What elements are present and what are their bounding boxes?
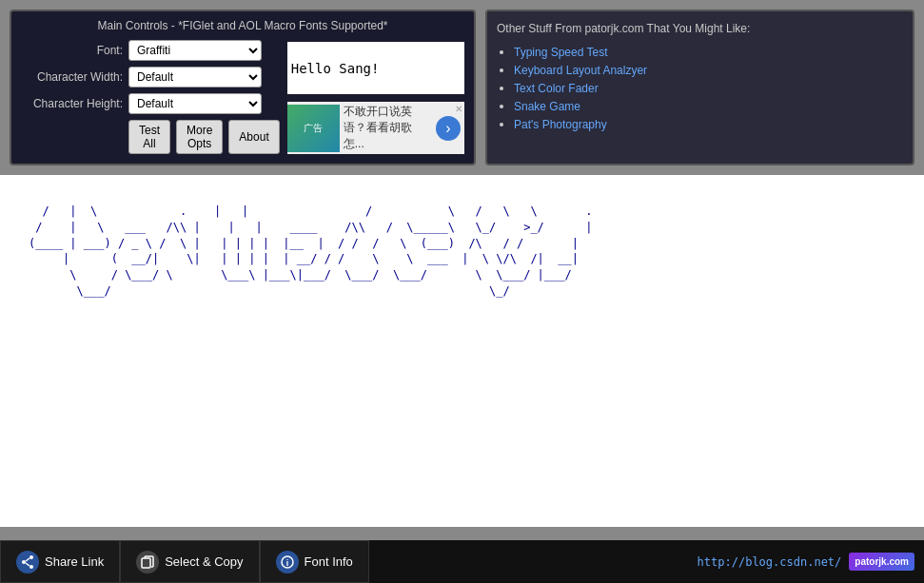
bottom-right: http://blog.csdn.net/ patorjk.com — [698, 553, 924, 571]
other-stuff-title: Other Stuff From patorjk.com That You Mi… — [497, 21, 903, 37]
char-height-label: Character Height: — [19, 97, 128, 110]
font-info-label: Font Info — [305, 554, 353, 569]
text-display: Hello Sang! — [287, 42, 464, 94]
char-width-label: Character Width: — [19, 70, 128, 84]
char-height-select[interactable]: Default Full Fitted — [128, 93, 262, 114]
snake-game-link[interactable]: Snake Game — [514, 100, 580, 113]
ad-area: 广告 不敢开口说英语？看看胡歌怎... › ✕ — [287, 102, 464, 154]
ad-content: 广告 不敢开口说英语？看看胡歌怎... › — [287, 102, 464, 154]
main-controls-panel: Main Controls - *FIGlet and AOL Macro Fo… — [10, 10, 476, 165]
ad-arrow[interactable]: › — [436, 116, 461, 141]
patorjk-logo: patorjk.com — [849, 553, 914, 571]
bottom-bar: Share Link Select & Copy i Font Info htt… — [0, 540, 924, 583]
text-color-link[interactable]: Text Color Fader — [514, 82, 599, 95]
controls-form: Font: Graffiti Standard Banner Block Sla… — [19, 40, 280, 156]
svg-line-4 — [26, 563, 29, 566]
info-icon: i — [276, 551, 299, 573]
ascii-art-display: / | \ . | | / \ / \ \ . / | \ ___ /\\ | … — [0, 175, 924, 328]
share-link-button[interactable]: Share Link — [0, 540, 120, 583]
controls-inner: Font: Graffiti Standard Banner Block Sla… — [19, 40, 466, 156]
typing-speed-link[interactable]: Typing Speed Test — [514, 46, 608, 59]
more-opts-button[interactable]: More Opts — [176, 120, 223, 154]
font-info-button[interactable]: i Font Info — [260, 540, 369, 583]
svg-point-2 — [29, 565, 33, 569]
ad-image: 广告 — [287, 105, 340, 152]
photography-link[interactable]: Pat's Photography — [514, 118, 607, 131]
share-icon — [16, 551, 39, 573]
svg-point-1 — [22, 560, 26, 564]
svg-point-0 — [29, 555, 33, 559]
right-panel: Hello Sang! 广告 不敢开口说英语？看看胡歌怎... › ✕ — [285, 40, 466, 156]
svg-rect-5 — [142, 558, 150, 568]
font-label: Font: — [19, 44, 128, 57]
ad-close-button[interactable]: ✕ — [455, 104, 462, 114]
char-width-row: Character Width: Default Full Fitted — [19, 67, 280, 87]
text-display-value: Hello Sang! — [291, 61, 380, 76]
about-button[interactable]: About — [228, 120, 279, 154]
list-item: Keyboard Layout Analzyer — [514, 63, 903, 77]
bottom-left-buttons: Share Link Select & Copy i Font Info — [0, 540, 369, 583]
main-content-area: / | \ . | | / \ / \ \ . / | \ ___ /\\ | … — [0, 175, 924, 527]
font-row: Font: Graffiti Standard Banner Block Sla… — [19, 40, 280, 61]
top-area: Main Controls - *FIGlet and AOL Macro Fo… — [0, 0, 924, 175]
other-stuff-list: Typing Speed Test Keyboard Layout Analzy… — [497, 45, 903, 131]
share-link-label: Share Link — [45, 554, 104, 569]
select-copy-label: Select & Copy — [165, 554, 243, 569]
font-select[interactable]: Graffiti Standard Banner Block Slant — [128, 40, 262, 61]
svg-line-3 — [26, 558, 29, 561]
main-controls-title: Main Controls - *FIGlet and AOL Macro Fo… — [19, 19, 466, 32]
list-item: Snake Game — [514, 99, 903, 113]
list-item: Pat's Photography — [514, 117, 903, 131]
svg-text:i: i — [285, 558, 288, 568]
char-height-row: Character Height: Default Full Fitted — [19, 93, 280, 114]
other-stuff-panel: Other Stuff From patorjk.com That You Mi… — [485, 10, 914, 165]
ad-text: 不敢开口说英语？看看胡歌怎... — [340, 102, 436, 154]
copy-icon — [136, 551, 159, 573]
button-row: Test All More Opts About — [19, 120, 280, 154]
select-copy-button[interactable]: Select & Copy — [120, 540, 259, 583]
list-item: Text Color Fader — [514, 81, 903, 95]
test-all-button[interactable]: Test All — [128, 120, 170, 154]
char-width-select[interactable]: Default Full Fitted — [128, 67, 262, 87]
list-item: Typing Speed Test — [514, 45, 903, 59]
bottom-url: http://blog.csdn.net/ — [698, 555, 842, 569]
keyboard-layout-link[interactable]: Keyboard Layout Analzyer — [514, 64, 647, 77]
